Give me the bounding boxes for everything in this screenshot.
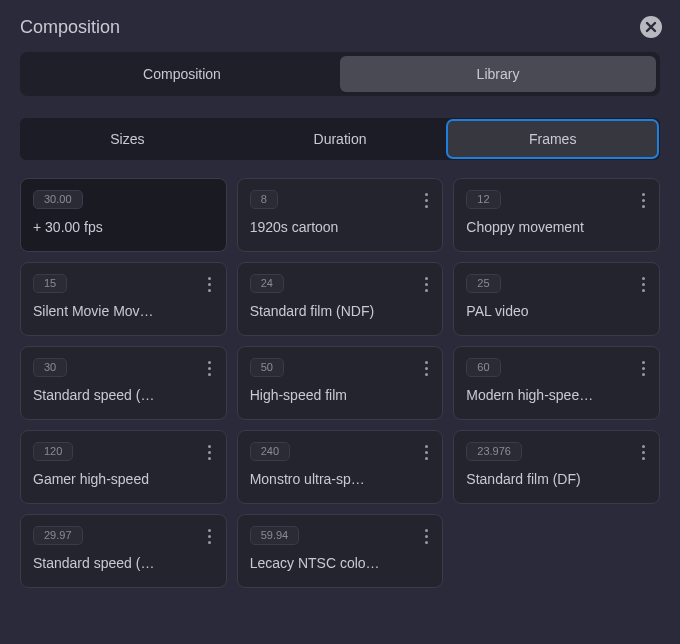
preset-card[interactable]: 29.97Standard speed (… [20,514,227,588]
sub-tab-bar: Sizes Duration Frames [20,118,660,160]
preset-badge: 60 [466,358,500,377]
preset-badge: 12 [466,190,500,209]
preset-card[interactable]: 24Standard film (NDF) [237,262,444,336]
close-icon [645,21,657,33]
more-vertical-icon[interactable] [418,529,434,544]
preset-badge: 15 [33,274,67,293]
preset-grid: 30.00+ 30.00 fps81920s cartoon12Choppy m… [20,178,660,588]
preset-card[interactable]: 15Silent Movie Mov… [20,262,227,336]
subtab-sizes[interactable]: Sizes [23,121,232,157]
preset-label: Lecacy NTSC colo… [250,555,410,571]
preset-label: Modern high-spee… [466,387,626,403]
preset-label: Standard film (DF) [466,471,626,487]
preset-badge: 23.976 [466,442,522,461]
library-panel: Sizes Duration Frames 30.00+ 30.00 fps81… [16,118,664,588]
preset-badge: 25 [466,274,500,293]
preset-label: Choppy movement [466,219,626,235]
more-vertical-icon[interactable] [418,277,434,292]
dialog-title: Composition [20,17,120,38]
preset-label: Silent Movie Mov… [33,303,193,319]
preset-badge: 30 [33,358,67,377]
subtab-frames[interactable]: Frames [448,121,657,157]
more-vertical-icon[interactable] [418,445,434,460]
more-vertical-icon[interactable] [418,361,434,376]
preset-label: Standard speed (… [33,387,193,403]
more-vertical-icon[interactable] [418,193,434,208]
preset-badge: 240 [250,442,290,461]
preset-card[interactable]: 30.00+ 30.00 fps [20,178,227,252]
preset-badge: 59.94 [250,526,300,545]
preset-badge: 24 [250,274,284,293]
more-vertical-icon[interactable] [202,277,218,292]
preset-card[interactable]: 59.94Lecacy NTSC colo… [237,514,444,588]
dialog-header: Composition [16,12,664,48]
preset-card[interactable]: 81920s cartoon [237,178,444,252]
more-vertical-icon[interactable] [635,445,651,460]
preset-label: + 30.00 fps [33,219,193,235]
more-vertical-icon[interactable] [635,361,651,376]
preset-card[interactable]: 23.976Standard film (DF) [453,430,660,504]
preset-card[interactable]: 60Modern high-spee… [453,346,660,420]
preset-label: Monstro ultra-sp… [250,471,410,487]
top-tab-bar: Composition Library [20,52,660,96]
tab-composition[interactable]: Composition [24,56,340,92]
preset-label: High-speed film [250,387,410,403]
more-vertical-icon[interactable] [202,445,218,460]
more-vertical-icon[interactable] [202,529,218,544]
preset-badge: 8 [250,190,278,209]
close-button[interactable] [640,16,662,38]
more-vertical-icon[interactable] [635,193,651,208]
preset-card[interactable]: 30Standard speed (… [20,346,227,420]
preset-label: 1920s cartoon [250,219,410,235]
subtab-duration[interactable]: Duration [236,121,445,157]
preset-label: Standard speed (… [33,555,193,571]
preset-card[interactable]: 25PAL video [453,262,660,336]
preset-label: Gamer high-speed [33,471,193,487]
preset-card[interactable]: 50High-speed film [237,346,444,420]
preset-badge: 29.97 [33,526,83,545]
preset-badge: 50 [250,358,284,377]
preset-card[interactable]: 240Monstro ultra-sp… [237,430,444,504]
preset-card[interactable]: 12Choppy movement [453,178,660,252]
tab-library[interactable]: Library [340,56,656,92]
more-vertical-icon[interactable] [202,361,218,376]
more-vertical-icon[interactable] [635,277,651,292]
preset-label: PAL video [466,303,626,319]
preset-badge: 120 [33,442,73,461]
preset-badge: 30.00 [33,190,83,209]
preset-card[interactable]: 120Gamer high-speed [20,430,227,504]
preset-label: Standard film (NDF) [250,303,410,319]
